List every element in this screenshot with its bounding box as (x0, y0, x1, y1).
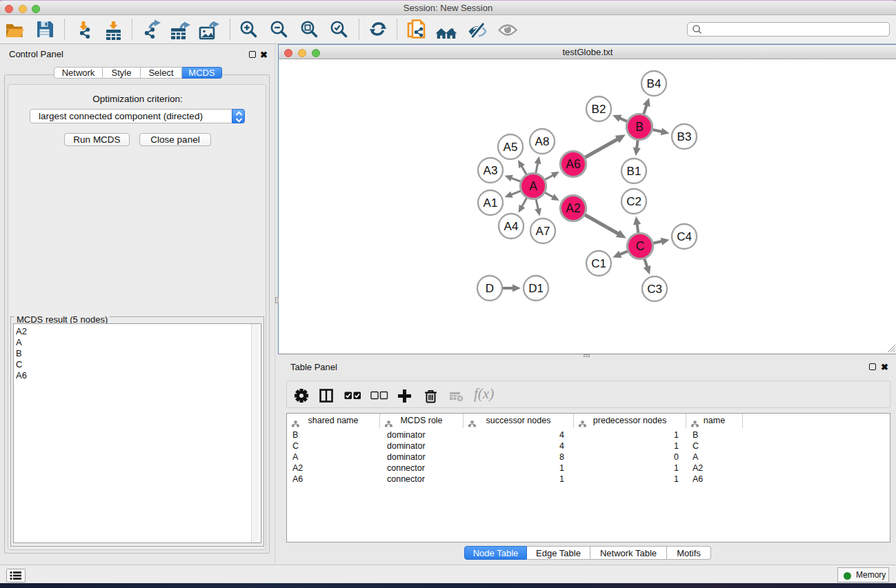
svg-text:A4: A4 (504, 220, 519, 233)
svg-text:C: C (636, 239, 645, 253)
svg-text:A8: A8 (535, 135, 550, 148)
svg-text:B3: B3 (677, 130, 692, 143)
svg-text:A1: A1 (484, 196, 498, 210)
svg-text:B4: B4 (647, 77, 661, 90)
svg-text:D1: D1 (528, 282, 544, 295)
svg-text:A3: A3 (484, 164, 498, 177)
svg-text:C2: C2 (626, 195, 641, 208)
svg-text:A5: A5 (504, 141, 518, 154)
svg-text:A6: A6 (566, 157, 580, 171)
svg-text:B2: B2 (592, 103, 606, 116)
svg-text:A: A (529, 179, 537, 193)
svg-text:A7: A7 (536, 225, 550, 238)
svg-text:C3: C3 (647, 283, 662, 296)
svg-text:C1: C1 (591, 257, 606, 270)
svg-text:A2: A2 (566, 201, 580, 215)
svg-text:B: B (635, 120, 644, 134)
svg-text:D: D (486, 282, 494, 295)
svg-text:B1: B1 (627, 165, 641, 178)
svg-text:C4: C4 (677, 230, 692, 243)
